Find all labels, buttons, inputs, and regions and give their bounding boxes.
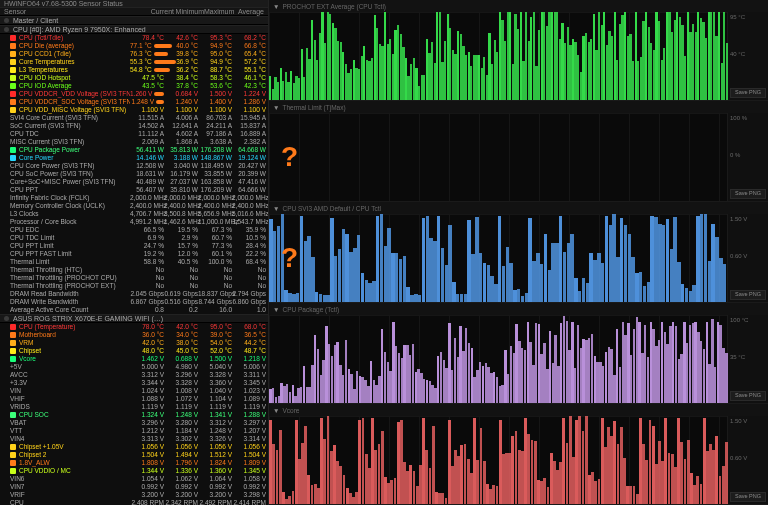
sensor-row[interactable]: VHIF1.088 V1.072 V1.104 V1.089 V	[0, 395, 268, 403]
sensor-row[interactable]: MISC Current (SVI3 TFN)2.069 A1.868 A3.6…	[0, 138, 268, 146]
sensor-value: 1.088 V	[130, 395, 164, 403]
graph-plot[interactable]: ?	[269, 214, 727, 302]
sensor-value: 36.2 °C	[164, 66, 198, 74]
collapse-icon[interactable]: ▼	[273, 104, 279, 111]
sensor-row[interactable]: CPU PPT Limit24.7 %15.7 %77.3 %28.4 %	[0, 242, 268, 250]
sensor-row[interactable]: 1.8V_ALW1.808 V1.796 V1.824 V1.809 V	[0, 459, 268, 467]
sensor-row[interactable]: CPU CCD1 (Tdie)76.3 °C39.8 °C95.0 °C65.4…	[0, 50, 268, 58]
sensor-row[interactable]: VIN70.992 V0.992 V0.992 V0.992 V	[0, 483, 268, 491]
sensor-row[interactable]: CPU SOC1.324 V1.248 V1.341 V1.288 V	[0, 411, 268, 419]
sensor-name: Memory Controller Clock (UCLK)	[10, 202, 130, 210]
sensor-row[interactable]: Processor / Core Block4,991.2 MHz1,462.6…	[0, 218, 268, 226]
graph-title[interactable]: ▼CPU SVI3 AMD Default / CPU Tctl	[269, 202, 768, 214]
cpu-sensor-tree[interactable]: CPU (Tctl/Tdie)78.4 °C42.6 °C95.3 °C68.2…	[0, 34, 268, 314]
collapse-icon[interactable]: ▼	[273, 407, 279, 414]
sensor-row[interactable]: Thermal Throttling (PROCHOT CPU)NoNoNoNo	[0, 274, 268, 282]
sensor-value: 6.9 %	[130, 234, 164, 242]
sensor-row[interactable]: VBAT3.296 V3.280 V3.312 V3.297 V	[0, 419, 268, 427]
sensor-row[interactable]: CPU IOD Hotspot47.5 °C38.4 °C58.3 °C46.1…	[0, 74, 268, 82]
sensor-row[interactable]: VRIDS1.119 V1.119 V1.119 V1.119 V	[0, 403, 268, 411]
sensor-row[interactable]: CPU2.408 RPM2.342 RPM2.492 RPM2.414 RPM	[0, 499, 268, 505]
sensor-row[interactable]: CPU IOD Average43.5 °C37.8 °C53.6 °C42.3…	[0, 82, 268, 90]
sensor-row[interactable]: CPU (Tctl/Tdie)78.4 °C42.6 °C95.3 °C68.2…	[0, 34, 268, 42]
sensor-row[interactable]: Core+SoC+MISC Power (SVI3 TFN)40.489 W27…	[0, 178, 268, 186]
sensor-row[interactable]: DRAM Write Bandwidth6.867 Gbps0.516 Gbps…	[0, 298, 268, 306]
graph-title[interactable]: ▼CPU Package (Tctl)	[269, 303, 768, 315]
collapse-icon[interactable]: ▼	[273, 205, 279, 212]
sensor-value: 1.462 V	[130, 355, 164, 363]
sensor-row[interactable]: CPU EDC66.5 %19.5 %67.3 %35.9 %	[0, 226, 268, 234]
sensor-value: 1.008 V	[164, 387, 198, 395]
sensor-row[interactable]: VTT1.212 V1.184 V1.248 V1.207 V	[0, 427, 268, 435]
sensor-value: 1.056 V	[198, 443, 232, 451]
sensor-value: 12.641 A	[164, 122, 198, 130]
sensor-row[interactable]: L3 Clocks4,706.7 MHz3,500.8 MHz5,656.9 M…	[0, 210, 268, 218]
mobo-sensor-tree[interactable]: CPU (Temperature)78.0 °C42.0 °C95.0 °C68…	[0, 323, 268, 505]
sensor-value: 1.212 V	[130, 427, 164, 435]
sensor-value: 5,656.9 MHz	[198, 210, 232, 218]
collapse-icon[interactable]: ▼	[273, 3, 279, 10]
sensor-row[interactable]: Core Power14.146 W3.188 W148.867 W19.124…	[0, 154, 268, 162]
sensor-value: 0.2	[164, 306, 198, 314]
save-png-button[interactable]: Save PNG	[730, 88, 766, 98]
section-mobo[interactable]: ASUS ROG STRIX X670E-E GAMING WIFI (…)	[0, 314, 268, 323]
graph-plot[interactable]	[269, 12, 727, 100]
graph-plot[interactable]	[269, 416, 727, 504]
sensor-row[interactable]: Motherboard36.0 °C34.0 °C39.0 °C36.5 °C	[0, 331, 268, 339]
sensor-value: 28.4 %	[232, 242, 266, 250]
sensor-row[interactable]: CPU VDDCR_SOC Voltage (SVI3 TFN)1.248 V1…	[0, 98, 268, 106]
graph-plot[interactable]	[269, 315, 727, 403]
sensor-row[interactable]: Core Temperatures55.3 °C36.9 °C94.9 °C57…	[0, 58, 268, 66]
sensor-row[interactable]: Thermal Throttling (PROCHOT EXT)NoNoNoNo	[0, 282, 268, 290]
sensor-value: 40.0 °C	[164, 42, 198, 50]
graph-title[interactable]: ▼Thermal Limit (TjMax)	[269, 101, 768, 113]
sensor-row[interactable]: DRAM Read Bandwidth2.045 Gbps0.619 Gbps1…	[0, 290, 268, 298]
graph-title[interactable]: ▼Vcore	[269, 404, 768, 416]
sensor-row[interactable]: Chipset 21.504 V1.494 V1.512 V1.504 V	[0, 451, 268, 459]
sensor-row[interactable]: SVI4 Core Current (SVI3 TFN)11.515 A4.00…	[0, 114, 268, 122]
sensor-row[interactable]: VIN1.024 V1.008 V1.040 V1.023 V	[0, 387, 268, 395]
sensor-row[interactable]: Average Active Core Count0.80.216.01.0	[0, 306, 268, 314]
sensor-row[interactable]: CPU (Temperature)78.0 °C42.0 °C95.0 °C68…	[0, 323, 268, 331]
sensor-row[interactable]: AVCC3.312 V3.296 V3.328 V3.311 V	[0, 371, 268, 379]
save-png-button[interactable]: Save PNG	[730, 492, 766, 502]
sensor-value: 5.000 V	[130, 363, 164, 371]
sensor-row[interactable]: VIN61.054 V1.062 V1.064 V1.058 V	[0, 475, 268, 483]
save-png-button[interactable]: Save PNG	[730, 391, 766, 401]
sensor-row[interactable]: CPU Die (average)77.1 °C40.0 °C94.9 °C66…	[0, 42, 268, 50]
sensor-row[interactable]: L3 Temperatures54.8 °C36.2 °C88.7 °C55.1…	[0, 66, 268, 74]
sensor-row[interactable]: Thermal Limit58.8 %40.5 %100.0 %68.4 %	[0, 258, 268, 266]
sensor-row[interactable]: +3.3V3.344 V3.328 V3.360 V3.345 V	[0, 379, 268, 387]
save-png-button[interactable]: Save PNG	[730, 290, 766, 300]
sensor-row[interactable]: Infinity Fabric Clock (FCLK)2,000.0 MHz2…	[0, 194, 268, 202]
sensor-row[interactable]: Chipset48.0 °C45.0 °C52.0 °C48.7 °C	[0, 347, 268, 355]
sensor-row[interactable]: Chipset +1.05V1.056 V1.056 V1.056 V1.056…	[0, 443, 268, 451]
graph-title[interactable]: ▼PROCHOT EXT Average (CPU Tctl)	[269, 0, 768, 12]
save-png-button[interactable]: Save PNG	[730, 189, 766, 199]
sensor-row[interactable]: CPU VDDCR_VDD Voltage (SVI3 TFN)1.260 V0…	[0, 90, 268, 98]
sensor-row[interactable]: CPU Core Power (SVI3 TFN)12.508 W3.040 W…	[0, 162, 268, 170]
sensor-row[interactable]: Vcore1.462 V0.688 V1.500 V1.218 V	[0, 355, 268, 363]
sensor-row[interactable]: CPU VDD_MISC Voltage (SVI3 TFN)1.100 V1.…	[0, 106, 268, 114]
sensor-row[interactable]: +5V5.000 V4.980 V5.040 V5.006 V	[0, 363, 268, 371]
sensor-row[interactable]: CPU TDC11.112 A4.602 A97.186 A16.889 A	[0, 130, 268, 138]
sensor-row[interactable]: VRM42.0 °C38.0 °C54.0 °C44.2 °C	[0, 339, 268, 347]
sensor-row[interactable]: CPU SoC Power (SVI3 TFN)18.631 W16.179 W…	[0, 170, 268, 178]
graph-plot[interactable]: ?	[269, 113, 727, 201]
sensor-row[interactable]: CPU TDC Limit6.9 %2.9 %60.7 %10.5 %	[0, 234, 268, 242]
sensor-row[interactable]: CPU PPT FAST Limit19.2 %12.0 %60.1 %22.2…	[0, 250, 268, 258]
sensor-row[interactable]: CPU PPT56.407 W35.810 W176.209 W64.666 W	[0, 186, 268, 194]
sensor-value: 3.200 V	[164, 491, 198, 499]
sensor-value: 1.809 V	[232, 459, 266, 467]
sensor-row[interactable]: VIN43.313 V3.302 V3.326 V3.314 V	[0, 435, 268, 443]
sensor-row[interactable]: CPU Package Power56.411 W35.813 W176.208…	[0, 146, 268, 154]
section-cpu[interactable]: CPU [#0]: AMD Ryzen 9 7950X: Enhanced	[0, 25, 268, 34]
sensor-row[interactable]: Memory Controller Clock (UCLK)2,400.0 MH…	[0, 202, 268, 210]
sensor-row[interactable]: CPU VDDIO / MC1.344 V1.336 V1.360 V1.345…	[0, 467, 268, 475]
sensor-value: 18.837 Gbps	[198, 290, 232, 298]
sensor-row[interactable]: VRIF3.200 V3.200 V3.200 V3.298 V	[0, 491, 268, 499]
sensor-row[interactable]: Thermal Throttling (HTC)NoNoNoNo	[0, 266, 268, 274]
sensor-row[interactable]: SoC Current (SVI3 TFN)14.502 A12.641 A24…	[0, 122, 268, 130]
collapse-icon[interactable]: ▼	[273, 306, 279, 313]
section-master[interactable]: Master / Client	[0, 16, 268, 25]
